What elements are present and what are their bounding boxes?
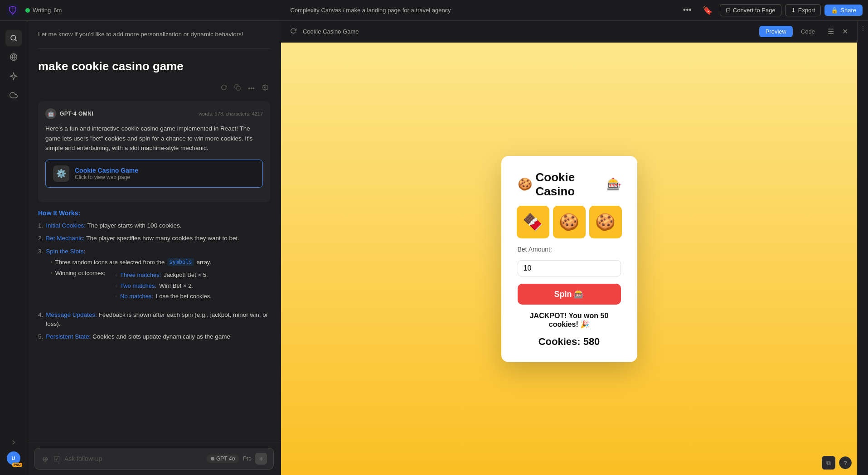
list-item: 3. Spin the Slots: Three random icons ar… xyxy=(38,247,270,307)
convert-to-page-button[interactable]: ⊡ Convert to Page xyxy=(720,4,781,16)
export-icon: ⬇ xyxy=(791,7,796,14)
casino-title-text: Cookie Casino xyxy=(536,170,603,199)
svg-rect-3 xyxy=(237,87,241,91)
more-button[interactable]: ••• xyxy=(246,83,257,94)
preview-tab-group: Preview Code xyxy=(759,26,821,37)
breadcrumb-part1: Complexity Canvas xyxy=(291,7,341,14)
svg-point-1 xyxy=(11,35,16,40)
sidebar-item-globe[interactable] xyxy=(5,49,22,65)
preview-title: Cookie Casino Game xyxy=(303,28,755,35)
share-button[interactable]: 🔒 Share xyxy=(824,5,863,16)
casino-cookie-icon: 🍪 xyxy=(518,177,532,191)
settings-button[interactable] xyxy=(260,82,270,94)
slot-cell-3: 🍪 xyxy=(589,206,622,238)
prompt-title: make cookie casino game xyxy=(38,59,270,73)
send-button[interactable]: + xyxy=(255,453,267,465)
list-item: Two matches: Win! Bet × 2. xyxy=(115,281,211,291)
export-button[interactable]: ⬇ Export xyxy=(785,4,821,16)
list-item: 5. Persistent State: Cookies and slots u… xyxy=(38,332,270,341)
chat-content: Let me know if you'd like to add more pe… xyxy=(27,21,281,442)
ai-avatar: 🤖 xyxy=(45,108,56,119)
ai-header: 🤖 GPT-4 OMNI words: 973, characters: 421… xyxy=(45,108,263,119)
preview-panel: Cookie Casino Game Preview Code ☰ ✕ 🍪 Co… xyxy=(281,21,857,475)
chat-panel: Let me know if you'd like to add more pe… xyxy=(27,21,281,475)
cookies-count: Cookies: 580 xyxy=(538,336,600,348)
sidebar-item-sparkle[interactable] xyxy=(5,68,22,84)
tab-code[interactable]: Code xyxy=(795,26,821,37)
list-item: Three matches: Jackpot! Bet × 5. xyxy=(115,271,211,280)
model-dot xyxy=(211,457,214,460)
bookmark-button[interactable]: 🔖 xyxy=(699,4,716,17)
canvas-card-icon: ⚙️ xyxy=(53,165,69,182)
pro-badge: PRO xyxy=(12,463,22,467)
ai-response: 🤖 GPT-4 OMNI words: 973, characters: 421… xyxy=(38,101,270,202)
share-icon: 🔒 xyxy=(831,7,838,14)
model-badge: GPT-4o xyxy=(206,455,239,463)
how-list: 1. Initial Cookies: The player starts wi… xyxy=(38,221,270,342)
main-layout: U PRO Let me know if you'd like to add m… xyxy=(0,21,868,475)
copy-bottom-button[interactable]: ⧉ xyxy=(822,456,835,470)
refresh-button[interactable] xyxy=(219,82,229,94)
breadcrumb-part2: make a landing page for a travel agency xyxy=(346,7,451,14)
sidebar-expand-button[interactable] xyxy=(6,437,21,448)
canvas-card-title: Cookie Casino Game xyxy=(75,167,138,174)
casino-card: 🍪 Cookie Casino 🎰 🍫 🍪 🍪 Bet Amount: xyxy=(501,156,637,362)
slot-row: 🍫 🍪 🍪 xyxy=(517,206,622,238)
preview-close-button[interactable]: ✕ xyxy=(840,25,850,38)
response-text: Here's a fun and interactive cookie casi… xyxy=(45,124,263,153)
casino-slot-icon: 🎰 xyxy=(606,177,621,191)
sidebar: U PRO xyxy=(0,21,27,475)
right-rail: ⋮ xyxy=(857,21,868,475)
intro-text: Let me know if you'd like to add more pe… xyxy=(38,30,270,39)
list-item: Three random icons are selected from the… xyxy=(50,258,212,267)
sidebar-nav xyxy=(5,26,22,107)
more-button[interactable]: ••• xyxy=(679,4,695,17)
how-it-works: How It Works: 1. Initial Cookies: The pl… xyxy=(38,209,270,342)
rail-icon: ⋮ xyxy=(860,24,866,32)
list-item: No matches: Lose the bet cookies. xyxy=(115,292,211,301)
ai-model-name: GPT-4 OMNI xyxy=(60,111,93,117)
canvas-card-subtitle: Click to view web page xyxy=(75,174,138,180)
list-item: 4. Message Updates: Feedback is shown af… xyxy=(38,310,270,329)
help-button[interactable]: ? xyxy=(839,456,852,469)
list-item: 1. Initial Cookies: The player starts wi… xyxy=(38,221,270,230)
convert-icon: ⊡ xyxy=(726,7,731,14)
tab-preview[interactable]: Preview xyxy=(759,26,793,37)
sidebar-item-search[interactable] xyxy=(5,30,22,46)
avatar[interactable]: U PRO xyxy=(7,451,20,465)
chat-input-box: ⊕ ☑ GPT-4o Pro + xyxy=(34,448,274,470)
breadcrumb: Complexity Canvas / make a landing page … xyxy=(67,7,674,14)
word-count: words: 973, characters: 4217 xyxy=(199,111,263,116)
slot-cell-1: 🍫 xyxy=(517,206,549,238)
sidebar-item-cloud[interactable] xyxy=(5,87,22,103)
canvas-card[interactable]: ⚙️ Cookie Casino Game Click to view web … xyxy=(45,160,263,188)
preview-menu-button[interactable]: ☰ xyxy=(826,25,836,38)
svg-point-4 xyxy=(264,87,266,89)
copy-button[interactable] xyxy=(233,82,242,94)
preview-topbar: Cookie Casino Game Preview Code ☰ ✕ xyxy=(281,21,857,43)
jackpot-message: JACKPOT! You won 50 cookies! 🎉 xyxy=(518,312,621,329)
how-title: How It Works: xyxy=(38,209,270,217)
chat-divider xyxy=(38,48,270,48)
status-dot xyxy=(25,8,30,13)
preview-content: 🍪 Cookie Casino 🎰 🍫 🍪 🍪 Bet Amount: xyxy=(281,43,857,475)
model-name: GPT-4o xyxy=(216,456,235,462)
list-item: 2. Bet Mechanic: The player specifies ho… xyxy=(38,234,270,243)
spin-button[interactable]: Spin 🎰 xyxy=(518,284,621,305)
canvas-card-text: Cookie Casino Game Click to view web pag… xyxy=(75,167,138,180)
time-label: 6m xyxy=(53,7,62,14)
pro-label: Pro xyxy=(243,456,252,462)
add-attachment-button[interactable]: ⊕ xyxy=(41,454,49,464)
slot-cell-2: 🍪 xyxy=(553,206,586,238)
topbar: Writing 6m Complexity Canvas / make a la… xyxy=(0,0,868,21)
casino-title: 🍪 Cookie Casino 🎰 xyxy=(518,170,621,199)
writing-section: Writing 6m xyxy=(25,7,62,14)
checklist-button[interactable]: ☑ xyxy=(53,454,61,464)
chat-input-field[interactable] xyxy=(64,455,203,462)
topbar-actions: ••• 🔖 ⊡ Convert to Page ⬇ Export 🔒 Share xyxy=(679,4,863,17)
preview-refresh-button[interactable] xyxy=(288,26,298,38)
mode-label: Writing xyxy=(33,7,51,14)
list-item: Winning outcomes: Three matches: Jackpot… xyxy=(50,269,212,305)
message-toolbar: ••• xyxy=(38,82,270,94)
bet-input[interactable] xyxy=(518,260,621,276)
